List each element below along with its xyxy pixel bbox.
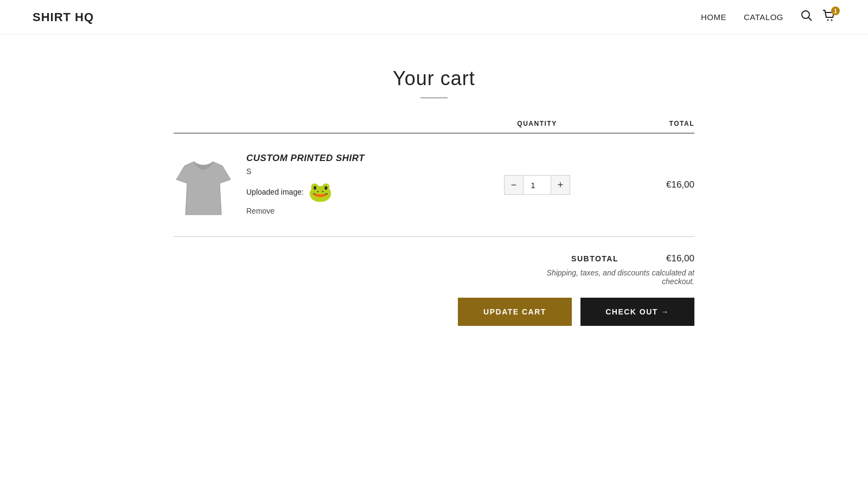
navbar: SHIRT HQ HOME CATALOG 1 — [0, 0, 868, 35]
uploaded-label: Uploaded image: — [246, 188, 304, 196]
nav-icons: 1 — [801, 10, 835, 24]
cart-footer: SUBTOTAL €16,00 Shipping, taxes, and dis… — [174, 253, 694, 326]
nav-home[interactable]: HOME — [701, 12, 726, 22]
brand-logo[interactable]: SHIRT HQ — [33, 10, 94, 24]
search-icon[interactable] — [801, 10, 813, 24]
item-name: CUSTOM PRINTED SHIRT — [246, 153, 365, 164]
nav-catalog[interactable]: CATALOG — [744, 12, 783, 22]
svg-point-2 — [827, 20, 829, 21]
product-image — [174, 150, 233, 220]
quantity-control: − + — [477, 175, 597, 195]
cart-icon[interactable]: 1 — [822, 10, 835, 24]
cart-item-info: CUSTOM PRINTED SHIRT S Uploaded image: 🐸… — [174, 150, 477, 220]
cart-table-header: QUANTITY TOTAL — [174, 120, 694, 133]
checkout-button[interactable]: CHECK OUT → — [580, 298, 694, 326]
page-title: Your cart — [174, 67, 694, 90]
navbar-right: HOME CATALOG 1 — [701, 10, 835, 24]
quantity-increase-button[interactable]: + — [551, 175, 570, 195]
update-cart-button[interactable]: UPDATE CART — [458, 298, 572, 326]
shipping-note: Shipping, taxes, and discounts calculate… — [521, 268, 694, 286]
item-size: S — [246, 167, 365, 176]
quantity-decrease-button[interactable]: − — [504, 175, 524, 195]
quantity-input[interactable] — [524, 175, 551, 195]
item-total: €16,00 — [597, 179, 694, 190]
cart-item-details: CUSTOM PRINTED SHIRT S Uploaded image: 🐸… — [246, 150, 365, 216]
title-divider — [420, 98, 448, 98]
svg-line-1 — [809, 18, 812, 21]
main-content: Your cart QUANTITY TOTAL CUSTOM PRINTED … — [163, 35, 705, 369]
cart-row: CUSTOM PRINTED SHIRT S Uploaded image: 🐸… — [174, 133, 694, 237]
uploaded-image-row: Uploaded image: 🐸 — [246, 182, 365, 202]
cart-badge: 1 — [831, 7, 840, 15]
subtotal-row: SUBTOTAL €16,00 — [571, 253, 694, 264]
subtotal-value: €16,00 — [651, 253, 694, 264]
col-total-label: TOTAL — [597, 120, 694, 127]
svg-point-0 — [802, 11, 809, 18]
svg-point-3 — [831, 20, 833, 21]
col-quantity-label: QUANTITY — [477, 120, 597, 127]
col-product-label — [174, 120, 477, 127]
cart-actions: UPDATE CART CHECK OUT → — [458, 298, 694, 326]
uploaded-image-preview: 🐸 — [308, 182, 333, 202]
subtotal-label: SUBTOTAL — [571, 254, 618, 263]
remove-link[interactable]: Remove — [246, 207, 275, 215]
